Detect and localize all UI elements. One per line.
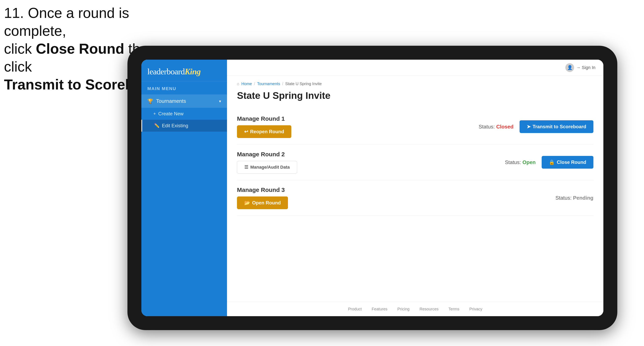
footer-pricing[interactable]: Pricing	[398, 307, 410, 311]
breadcrumb: ⌂ Home / Tournaments / State U Spring In…	[237, 82, 594, 86]
round-3-status: Status: Pending	[556, 195, 594, 201]
footer-terms[interactable]: Terms	[448, 307, 459, 311]
logo-leaderboard: leaderboard	[147, 67, 184, 76]
round-1-title: Manage Round 1	[237, 115, 291, 122]
top-bar: 👤 → Sign In	[227, 60, 604, 76]
round-3-section: Manage Round 3 📂 Open Round Status: Pend…	[237, 180, 594, 216]
round-2-right: Status: Open 🔒 Close Round	[505, 156, 594, 169]
sidebar-item-tournaments[interactable]: 🏆 Tournaments ▾	[142, 94, 227, 108]
round-2-left: Manage Round 2 ☰ Manage/Audit Data	[237, 151, 297, 173]
reopen-icon: ↩	[244, 129, 248, 134]
instruction-bold1: Close Round	[36, 41, 124, 57]
tablet-device: leaderboardKing MAIN MENU 🏆 Tournaments …	[128, 46, 617, 330]
transmit-icon: ➤	[527, 124, 531, 130]
footer-resources[interactable]: Resources	[420, 307, 439, 311]
trophy-icon: 🏆	[147, 98, 153, 104]
logo-king: King	[184, 67, 200, 76]
app-layout: leaderboardKing MAIN MENU 🏆 Tournaments …	[142, 60, 604, 316]
audit-icon: ☰	[244, 165, 248, 170]
avatar: 👤	[565, 63, 574, 72]
sidebar-logo: leaderboardKing	[142, 60, 227, 81]
edit-existing-label: Edit Existing	[162, 123, 188, 129]
footer: Product Features Pricing Resources Terms…	[227, 302, 604, 316]
home-icon: ⌂	[237, 82, 239, 86]
main-content: 👤 → Sign In ⌂ Home / Tournaments / State…	[227, 60, 604, 316]
nav-label: MAIN MENU	[142, 86, 227, 94]
open-round-button[interactable]: 📂 Open Round	[237, 196, 288, 209]
reopen-round-button[interactable]: ↩ Reopen Round	[237, 125, 291, 138]
round-3-title: Manage Round 3	[237, 186, 288, 193]
round-2-status-value: Open	[522, 159, 536, 165]
footer-features[interactable]: Features	[372, 307, 388, 311]
round-2-section: Manage Round 2 ☰ Manage/Audit Data Statu…	[237, 145, 594, 180]
sidebar-nav: MAIN MENU 🏆 Tournaments ▾ + Create New ✏…	[142, 81, 227, 136]
sidebar-item-edit-existing[interactable]: ✏️ Edit Existing	[142, 120, 227, 132]
round-1-right: Status: Closed ➤ Transmit to Scoreboard	[479, 120, 594, 133]
page-content: ⌂ Home / Tournaments / State U Spring In…	[227, 76, 604, 302]
breadcrumb-home[interactable]: Home	[241, 82, 252, 86]
transmit-scoreboard-button[interactable]: ➤ Transmit to Scoreboard	[520, 120, 594, 133]
breadcrumb-tournaments[interactable]: Tournaments	[257, 82, 280, 86]
round-1-status-value: Closed	[496, 124, 514, 130]
round-3-status-value: Pending	[573, 195, 594, 201]
sign-in-button[interactable]: 👤 → Sign In	[565, 63, 596, 72]
footer-privacy[interactable]: Privacy	[469, 307, 482, 311]
chevron-down-icon: ▾	[219, 99, 221, 104]
round-3-right: Status: Pending	[556, 195, 594, 201]
edit-icon: ✏️	[154, 123, 160, 128]
folder-icon: 📂	[244, 200, 250, 206]
round-2-status: Status: Open	[505, 159, 536, 166]
plus-icon: +	[153, 111, 156, 116]
footer-product[interactable]: Product	[348, 307, 362, 311]
lock-icon: 🔒	[549, 160, 555, 165]
page-title: State U Spring Invite	[237, 90, 594, 101]
round-1-left: Manage Round 1 ↩ Reopen Round	[237, 115, 291, 138]
round-2-title: Manage Round 2	[237, 151, 297, 158]
sidebar: leaderboardKing MAIN MENU 🏆 Tournaments …	[142, 60, 227, 316]
sidebar-item-create-new[interactable]: + Create New	[142, 108, 227, 120]
close-round-button[interactable]: 🔒 Close Round	[542, 156, 594, 169]
sign-in-label: → Sign In	[576, 65, 596, 70]
logo: leaderboardKing	[147, 67, 221, 76]
instruction-line2-prefix: click	[4, 41, 36, 57]
round-3-left: Manage Round 3 📂 Open Round	[237, 186, 288, 209]
round-1-section: Manage Round 1 ↩ Reopen Round Status: Cl…	[237, 109, 594, 145]
sidebar-tournaments-label: Tournaments	[156, 98, 186, 104]
create-new-label: Create New	[158, 111, 184, 117]
round-1-status: Status: Closed	[479, 124, 514, 130]
breadcrumb-current: State U Spring Invite	[285, 82, 322, 86]
manage-audit-button[interactable]: ☰ Manage/Audit Data	[237, 161, 297, 173]
tablet-screen: leaderboardKing MAIN MENU 🏆 Tournaments …	[142, 60, 604, 316]
instruction-line1: 11. Once a round is complete,	[4, 5, 129, 39]
